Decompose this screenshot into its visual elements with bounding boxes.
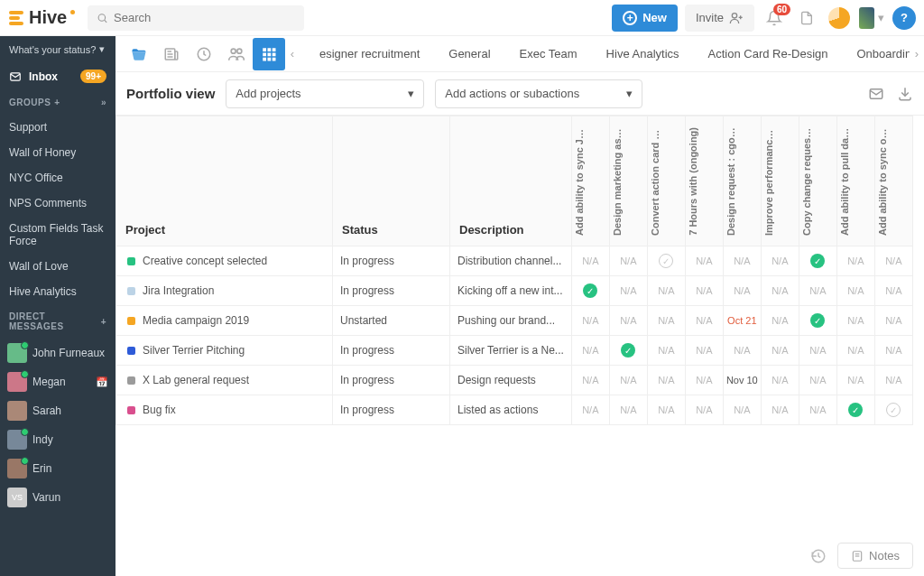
- action-cell[interactable]: N/A: [571, 395, 609, 425]
- notes-button[interactable]: Notes: [837, 543, 913, 569]
- action-cell[interactable]: N/A: [609, 306, 647, 336]
- action-cell[interactable]: N/A: [571, 246, 609, 276]
- sidebar-group-item[interactable]: NPS Comments: [0, 190, 116, 216]
- sidebar-group-item[interactable]: Support: [0, 115, 116, 140]
- action-cell[interactable]: ✓: [799, 306, 836, 336]
- folder-button[interactable]: [123, 38, 155, 70]
- portfolio-grid[interactable]: ProjectStatusDescriptionAdd ability to s…: [116, 116, 924, 576]
- action-cell[interactable]: N/A: [836, 276, 874, 306]
- project-tab[interactable]: Onboarding: [842, 36, 910, 72]
- dm-item[interactable]: Sarah: [0, 396, 116, 425]
- dm-item[interactable]: Indy: [0, 425, 116, 454]
- action-cell[interactable]: N/A: [647, 395, 685, 425]
- grid-view-button[interactable]: [253, 38, 285, 70]
- dm-item[interactable]: Erin: [0, 454, 116, 483]
- action-cell[interactable]: N/A: [571, 336, 609, 366]
- action-column-header[interactable]: Improve performance on...: [761, 116, 799, 246]
- sidebar-group-item[interactable]: Wall of Honey: [0, 140, 116, 165]
- download-icon[interactable]: [897, 86, 913, 102]
- project-tab[interactable]: esigner recruitment: [305, 36, 434, 72]
- logo[interactable]: Hive: [7, 7, 80, 28]
- action-cell[interactable]: N/A: [836, 246, 874, 276]
- action-cell[interactable]: N/A: [685, 246, 723, 276]
- search-box[interactable]: [88, 5, 304, 31]
- column-header[interactable]: Description: [450, 116, 572, 246]
- action-cell[interactable]: N/A: [761, 395, 799, 425]
- table-row[interactable]: X Lab general requestIn progressDesign r…: [116, 366, 913, 395]
- action-cell[interactable]: ✓: [571, 276, 609, 306]
- table-row[interactable]: Jira IntegrationIn progressKicking off a…: [116, 276, 913, 306]
- action-cell[interactable]: N/A: [761, 276, 799, 306]
- sidebar-group-item[interactable]: Custom Fields Task Force: [0, 216, 116, 254]
- action-cell[interactable]: N/A: [685, 395, 723, 425]
- action-cell[interactable]: N/A: [723, 276, 761, 306]
- action-cell[interactable]: N/A: [571, 306, 609, 336]
- action-cell[interactable]: N/A: [799, 276, 836, 306]
- action-cell[interactable]: N/A: [874, 246, 912, 276]
- action-cell[interactable]: N/A: [647, 306, 685, 336]
- action-cell[interactable]: N/A: [761, 366, 799, 395]
- table-row[interactable]: Silver Terrier PitchingIn progressSilver…: [116, 336, 913, 366]
- action-cell[interactable]: N/A: [685, 366, 723, 395]
- action-cell[interactable]: N/A: [609, 246, 647, 276]
- invite-button[interactable]: Invite: [685, 5, 754, 32]
- sidebar-group-item[interactable]: Hive Analytics: [0, 279, 116, 304]
- groups-header[interactable]: GROUPS+ »: [0, 90, 116, 115]
- action-cell[interactable]: N/A: [723, 395, 761, 425]
- action-column-header[interactable]: Add ability to pull data...: [836, 116, 874, 246]
- action-cell[interactable]: N/A: [874, 366, 912, 395]
- history-icon[interactable]: [810, 548, 827, 564]
- action-cell[interactable]: N/A: [647, 276, 685, 306]
- action-cell[interactable]: N/A: [723, 336, 761, 366]
- action-column-header[interactable]: Design request : cgonten...: [723, 116, 761, 246]
- tabs-scroll-right[interactable]: ›: [910, 47, 924, 60]
- action-cell[interactable]: ✓: [799, 246, 836, 276]
- add-projects-select[interactable]: Add projects ▾: [226, 79, 424, 108]
- action-column-header[interactable]: 7 Hours with (ongoing): [685, 116, 723, 246]
- action-cell[interactable]: N/A: [836, 306, 874, 336]
- action-cell[interactable]: ✓: [874, 395, 912, 425]
- action-cell[interactable]: N/A: [761, 246, 799, 276]
- action-cell[interactable]: N/A: [799, 395, 836, 425]
- action-cell[interactable]: ✓: [647, 246, 685, 276]
- action-cell[interactable]: N/A: [874, 276, 912, 306]
- action-cell[interactable]: N/A: [685, 306, 723, 336]
- table-row[interactable]: Creative concept selectedIn progressDist…: [116, 246, 913, 276]
- action-cell[interactable]: N/A: [874, 336, 912, 366]
- table-row[interactable]: Bug fixIn progressListed as actionsN/AN/…: [116, 395, 913, 425]
- search-input[interactable]: [114, 11, 295, 24]
- history-button[interactable]: [188, 38, 220, 70]
- action-cell[interactable]: N/A: [723, 246, 761, 276]
- action-cell[interactable]: N/A: [647, 336, 685, 366]
- dm-item[interactable]: VSVarun: [0, 483, 116, 512]
- action-cell[interactable]: N/A: [647, 366, 685, 395]
- action-cell[interactable]: Oct 21: [723, 306, 761, 336]
- action-cell[interactable]: Nov 10: [723, 366, 761, 395]
- sidebar-group-item[interactable]: NYC Office: [0, 165, 116, 190]
- help-button[interactable]: ?: [892, 5, 917, 31]
- action-cell[interactable]: N/A: [609, 366, 647, 395]
- dm-item[interactable]: John Furneaux: [0, 339, 116, 367]
- action-column-header[interactable]: Add ability to sync on b...: [874, 116, 912, 246]
- status-prompt[interactable]: What's your status? ▾: [0, 36, 116, 62]
- action-column-header[interactable]: Copy change requested ...: [799, 116, 836, 246]
- new-button[interactable]: + New: [612, 5, 678, 32]
- action-cell[interactable]: N/A: [836, 336, 874, 366]
- action-cell[interactable]: N/A: [571, 366, 609, 395]
- action-column-header[interactable]: Add ability to sync Jira...: [571, 116, 609, 246]
- dm-item[interactable]: Megan📅: [0, 367, 116, 396]
- analytics-button[interactable]: [827, 5, 852, 31]
- project-tab[interactable]: Exec Team: [505, 36, 592, 72]
- action-cell[interactable]: N/A: [836, 366, 874, 395]
- action-cell[interactable]: N/A: [799, 366, 836, 395]
- people-button[interactable]: [220, 38, 253, 70]
- news-button[interactable]: [155, 38, 188, 70]
- action-cell[interactable]: N/A: [685, 336, 723, 366]
- action-column-header[interactable]: Design marketing assets...: [609, 116, 647, 246]
- action-column-header[interactable]: Convert action card to pt...: [647, 116, 685, 246]
- dm-header[interactable]: DIRECT MESSAGES+: [0, 304, 116, 339]
- action-cell[interactable]: ✓: [836, 395, 874, 425]
- action-cell[interactable]: N/A: [874, 306, 912, 336]
- notifications-button[interactable]: 60: [762, 5, 787, 31]
- column-header[interactable]: Project: [116, 116, 333, 246]
